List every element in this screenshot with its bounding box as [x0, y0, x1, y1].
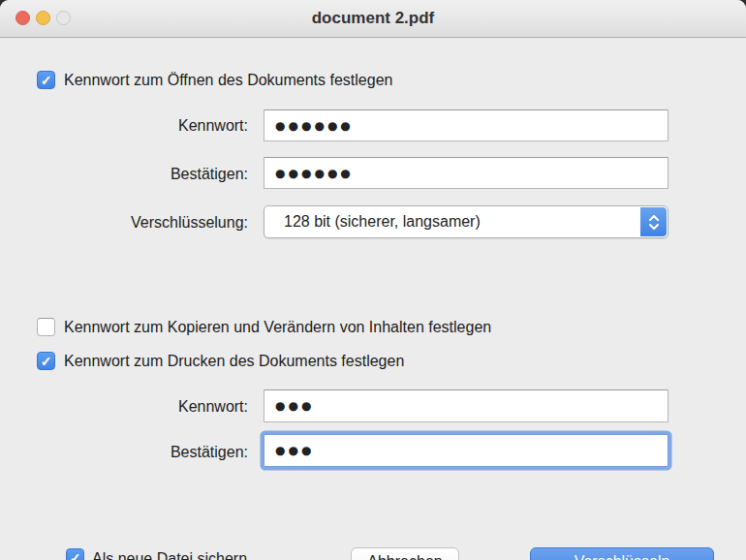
password-dots: ●●●	[275, 399, 314, 413]
popup-stepper	[640, 207, 667, 236]
chevron-up-icon	[649, 215, 659, 221]
encrypt-button[interactable]: Verschlüsseln	[530, 547, 714, 560]
password-dialog-window: document 2.pdf ✓ Kennwort zum Öffnen des…	[0, 0, 746, 560]
chevron-down-icon	[649, 224, 659, 230]
open-password-checkbox-label: Kennwort zum Öffnen des Dokuments festle…	[64, 71, 392, 89]
open-password-input[interactable]: ●●●●●●	[264, 109, 668, 141]
open-password-checkbox[interactable]: ✓	[37, 71, 55, 89]
checkmark-icon: ✓	[38, 353, 54, 370]
password-dots: ●●●	[275, 444, 314, 457]
copy-password-checkbox[interactable]	[37, 318, 55, 336]
titlebar: document 2.pdf	[0, 0, 746, 38]
encryption-selected-value: 128 bit (sicherer, langsamer)	[284, 213, 481, 231]
save-new-file-checkbox[interactable]: ✓	[66, 548, 84, 560]
confirm-label: Bestätigen:	[0, 165, 248, 183]
print-password-checkbox[interactable]: ✓	[37, 352, 55, 370]
password-label: Kennwort:	[0, 397, 248, 416]
cancel-button[interactable]: Abbrechen	[351, 547, 459, 560]
password-dots: ●●●●●●	[275, 167, 354, 180]
password-label: Kennwort:	[0, 116, 248, 135]
encryption-select[interactable]: 128 bit (sicherer, langsamer)	[264, 205, 668, 238]
password-dots: ●●●●●●	[275, 119, 354, 133]
checkmark-icon: ✓	[67, 549, 83, 560]
permissions-password-input[interactable]: ●●●	[264, 389, 668, 422]
checkmark-icon: ✓	[38, 72, 54, 89]
open-password-confirm-input[interactable]: ●●●●●●	[264, 157, 668, 189]
copy-password-checkbox-label: Kennwort zum Kopieren und Verändern von …	[64, 318, 491, 336]
encryption-label: Verschlüsselung:	[0, 213, 248, 232]
permissions-password-confirm-input[interactable]: ●●●	[264, 434, 668, 467]
print-password-checkbox-label: Kennwort zum Drucken des Dokuments festl…	[64, 352, 404, 370]
save-new-file-checkbox-label: Als neue Datei sichern	[92, 549, 247, 560]
window-title: document 2.pdf	[0, 9, 746, 28]
confirm-label: Bestätigen:	[0, 443, 248, 461]
